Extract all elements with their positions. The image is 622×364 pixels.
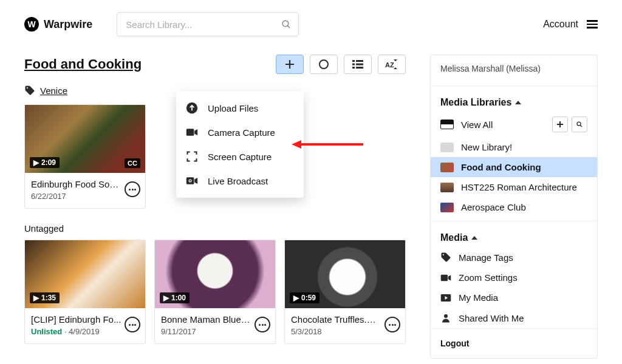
card-more-button[interactable]	[384, 317, 400, 332]
app-header: W Warpwire Account	[0, 0, 622, 42]
svg-point-19	[190, 180, 191, 182]
sidebar-heading-libraries[interactable]: Media Libraries	[431, 90, 597, 112]
svg-rect-6	[356, 64, 363, 66]
card-more-button[interactable]	[255, 317, 270, 332]
search-library-button[interactable]	[572, 116, 587, 132]
brand-badge: W	[24, 17, 39, 32]
sidebar-item-manage-tags[interactable]: Manage Tags	[431, 247, 597, 268]
tag-link-venice[interactable]: Venice	[40, 86, 67, 96]
svg-rect-12	[441, 274, 448, 281]
upload-icon	[186, 102, 198, 114]
sidebar-item-label: Zoom Settings	[459, 272, 518, 283]
svg-rect-3	[352, 60, 355, 62]
search-input[interactable]	[117, 12, 299, 36]
thumbnail[interactable]: ▶ 0:59	[285, 240, 405, 308]
broadcast-icon	[186, 175, 198, 187]
sidebar-heading-media[interactable]: Media	[431, 225, 597, 247]
tag-icon	[24, 85, 35, 96]
record-button[interactable]	[310, 55, 338, 74]
dropdown-item-label: Screen Capture	[208, 152, 272, 162]
section-label-untagged: Untagged	[24, 223, 406, 234]
dropdown-item-label: Live Broadcast	[208, 176, 268, 186]
camera-icon	[186, 126, 198, 138]
media-card[interactable]: ▶ 1:00 Bonne Maman Blueb... 9/11/2017	[154, 240, 276, 344]
dropdown-item-live-broadcast[interactable]: Live Broadcast	[176, 169, 304, 193]
card-date: 9/11/2017	[161, 327, 269, 336]
duration-badge: ▶ 0:59	[290, 292, 320, 303]
chevron-up-icon	[471, 236, 477, 240]
view-toolbar: AZ	[276, 55, 406, 74]
add-library-button[interactable]	[552, 116, 568, 132]
svg-text:AZ: AZ	[385, 61, 394, 69]
svg-point-2	[320, 60, 328, 69]
svg-rect-5	[352, 64, 355, 66]
search-icon	[576, 121, 583, 128]
more-icon	[129, 189, 136, 190]
svg-line-11	[580, 125, 582, 127]
sidebar-item-label: Food and Cooking	[461, 162, 541, 172]
library-thumb	[440, 203, 454, 212]
annotation-arrow	[292, 138, 364, 150]
sidebar-item-roman-architecture[interactable]: HST225 Roman Architecture	[431, 177, 597, 197]
sort-button[interactable]: AZ	[378, 55, 406, 74]
media-card[interactable]: ▶ 1:35 [CLIP] Edinburgh Fo... Unlisted ·…	[24, 240, 146, 344]
plus-icon	[285, 59, 295, 69]
add-button[interactable]	[276, 55, 304, 74]
sidebar-user: Melissa Marshall (Melissa)	[431, 55, 597, 82]
library-thumb	[440, 183, 454, 192]
sidebar-item-aerospace-club[interactable]: Aerospace Club	[431, 197, 597, 217]
svg-line-1	[288, 25, 290, 28]
card-title: Bonne Maman Blueb...	[161, 314, 252, 325]
dropdown-item-label: Camera Capture	[208, 127, 275, 138]
svg-rect-8	[356, 67, 363, 69]
thumbnail[interactable]: ▶ 1:35	[25, 240, 145, 308]
card-title: Edinburgh Food Soci...	[31, 179, 122, 189]
duration-badge: ▶ 1:35	[30, 292, 60, 303]
search-wrapper	[117, 12, 299, 36]
brand-name: Warpwire	[44, 18, 92, 31]
svg-rect-7	[352, 67, 355, 69]
duration-badge: ▶ 1:00	[160, 292, 190, 303]
dropdown-item-camera-capture[interactable]: Camera Capture	[176, 120, 304, 144]
menu-icon[interactable]	[587, 20, 598, 29]
card-date: 6/22/2017	[31, 192, 139, 201]
sidebar-item-label: HST225 Roman Architecture	[461, 182, 577, 192]
sidebar-item-label: New Library!	[461, 142, 512, 152]
sidebar-item-my-media[interactable]: My Media	[431, 288, 597, 308]
svg-marker-21	[292, 140, 301, 149]
circle-icon	[318, 59, 329, 70]
page-title[interactable]: Food and Cooking	[24, 56, 142, 72]
thumbnail[interactable]: ▶ 2:09 CC	[25, 105, 145, 173]
svg-point-10	[577, 122, 581, 126]
brand-logo[interactable]: W Warpwire	[24, 17, 92, 32]
svg-rect-16	[186, 129, 194, 136]
sort-az-icon: AZ	[385, 59, 398, 69]
dropdown-item-label: Upload Files	[208, 103, 258, 113]
camera-icon	[440, 274, 451, 282]
card-more-button[interactable]	[125, 181, 140, 197]
person-icon	[440, 312, 451, 323]
thumbnail[interactable]: ▶ 1:00	[155, 240, 275, 308]
logout-link[interactable]: Logout	[431, 328, 597, 358]
sidebar-item-view-all[interactable]: View All	[431, 112, 597, 137]
dropdown-item-upload-files[interactable]: Upload Files	[176, 96, 304, 120]
list-icon	[352, 60, 363, 69]
sidebar-item-label: Shared With Me	[459, 313, 524, 323]
search-icon[interactable]	[281, 19, 292, 30]
media-card[interactable]: ▶ 2:09 CC Edinburgh Food Soci... 6/22/20…	[24, 104, 146, 209]
add-dropdown: Upload Files Camera Capture Screen Captu…	[176, 91, 304, 198]
card-more-button[interactable]	[125, 317, 140, 332]
sidebar-item-food-and-cooking[interactable]: Food and Cooking	[431, 157, 597, 177]
list-view-button[interactable]	[344, 55, 372, 74]
sidebar-item-zoom-settings[interactable]: Zoom Settings	[431, 268, 597, 288]
more-icon	[389, 324, 396, 326]
media-card[interactable]: ▶ 0:59 Chocolate Truffles.mp4 5/3/2018	[284, 240, 406, 344]
library-thumb	[440, 163, 454, 172]
sidebar-item-shared-with-me[interactable]: Shared With Me	[431, 308, 597, 328]
sidebar: Melissa Marshall (Melissa) Media Librari…	[430, 55, 598, 359]
sidebar-item-new-library[interactable]: New Library!	[431, 137, 597, 157]
dropdown-item-screen-capture[interactable]: Screen Capture	[176, 144, 304, 169]
cc-badge: CC	[125, 158, 140, 168]
account-link[interactable]: Account	[543, 19, 578, 30]
chevron-up-icon	[515, 101, 521, 104]
